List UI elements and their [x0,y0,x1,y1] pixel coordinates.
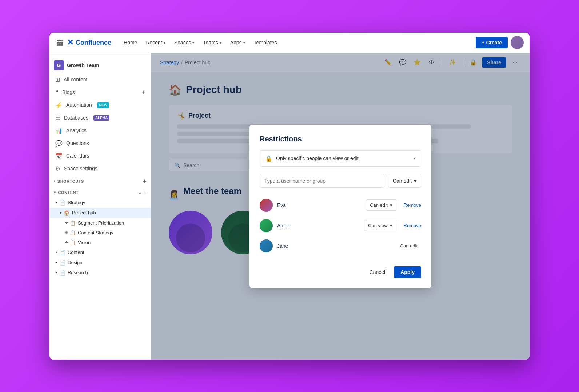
logo[interactable]: ✕ Confluence [67,38,111,47]
space-header[interactable]: G Growth Team [49,57,151,73]
user-avatar-amar [260,219,273,232]
nav-recent[interactable]: Recent ▾ [142,37,169,48]
tree-item-design[interactable]: ▾ 📄 Design [49,258,151,268]
sidebar-item-automation[interactable]: ⚡ Automation NEW [49,99,151,112]
cancel-button[interactable]: Cancel [364,266,391,278]
sidebar-item-databases[interactable]: ☰ Databases ALPHA [49,112,151,124]
restriction-text: Only specific people can view or edit [276,155,410,161]
user-search-input[interactable] [260,174,384,188]
sidebar-item-space-settings[interactable]: ⚙ Space settings [49,162,151,175]
svg-rect-8 [61,44,63,46]
add-blog-button[interactable]: + [142,89,145,96]
chevron-down-icon: ▾ [390,202,392,208]
user-name-amar: Amar [277,223,360,229]
vision-icon: 📋 [70,240,76,245]
restrictions-modal: Restrictions 🔒 Only specific people can … [249,125,431,288]
amar-remove-button[interactable]: Remove [404,223,421,228]
svg-rect-3 [57,42,59,44]
tree-item-vision[interactable]: 📋 Vision [49,238,151,247]
chevron-down-icon: ▾ [192,41,194,45]
nav-links: Home Recent ▾ Spaces ▾ Teams ▾ Apps ▾ [120,37,473,48]
chevron-down-icon: ▾ [60,211,61,215]
apply-button[interactable]: Apply [394,266,421,278]
nav-apps[interactable]: Apps ▾ [227,37,249,48]
chevron-right-icon: ▾ [55,271,57,275]
design-icon: 📄 [59,260,65,266]
nav-spaces[interactable]: Spaces ▾ [171,37,198,48]
strategy-icon: 📄 [59,200,65,206]
sidebar-item-analytics[interactable]: 📊 Analytics [49,124,151,137]
chevron-down-icon: ▾ [164,41,165,45]
chevron-right-icon: ▾ [55,260,57,264]
add-content-button[interactable]: + [144,190,147,195]
all-content-icon: ⊞ [55,76,60,83]
grid-icon[interactable] [55,38,64,47]
sidebar-item-blogs[interactable]: ❝ Blogs + [49,86,151,99]
logo-icon: ✕ [67,38,73,47]
modal-title: Restrictions [260,135,421,143]
eva-remove-button[interactable]: Remove [404,202,421,208]
tree-item-content-strategy[interactable]: 📋 Content Strategy [49,228,151,238]
tree-item-research[interactable]: ▾ 📄 Research [49,268,151,278]
user-name-jane: Jane [277,243,392,249]
navbar: ✕ Confluence Home Recent ▾ Spaces ▾ Team… [49,33,530,53]
lock-icon: 🔒 [265,155,272,162]
bullet-icon [65,241,68,243]
svg-rect-1 [59,40,61,41]
databases-icon: ☰ [55,114,60,121]
tree-item-strategy[interactable]: ▾ 📄 Strategy [49,198,151,208]
add-shortcut-button[interactable]: + [143,178,147,185]
chevron-down-icon: ▾ [243,41,245,45]
alpha-badge: ALPHA [93,115,109,121]
default-permission-dropdown[interactable]: Can edit ▾ [388,174,421,188]
automation-icon: ⚡ [55,102,63,109]
eva-permission-dropdown[interactable]: Can edit ▾ [366,199,396,211]
settings-icon: ⚙ [55,165,60,172]
sidebar-item-all-content[interactable]: ⊞ All content [49,73,151,86]
user-avatar[interactable] [511,36,524,49]
shortcuts-section: › SHORTCUTS + [49,175,151,187]
restriction-dropdown[interactable]: 🔒 Only specific people can view or edit … [260,150,421,167]
sidebar: G Growth Team ⊞ All content ❝ Blogs + ⚡ … [49,53,151,360]
content-section: ▾ CONTENT ≡ + [49,187,151,198]
analytics-icon: 📊 [55,127,63,134]
nav-home[interactable]: Home [120,37,141,48]
chevron-down-icon: ▾ [55,201,57,205]
svg-rect-6 [57,44,59,46]
content-area: Strategy / Project hub ✏️ 💬 ⭐ 👁 ✨ 🔒 Shar… [151,53,530,360]
chevron-down-icon: ▾ [220,41,221,45]
user-avatar-eva [260,199,273,212]
create-button[interactable]: + Create [476,37,508,48]
chevron-down-icon: ▾ [390,223,392,228]
tree-item-project-hub[interactable]: ▾ 🏠 Project hub [49,208,151,218]
user-input-row: Can edit ▾ [260,174,421,188]
shortcuts-chevron[interactable]: › [54,179,55,183]
chevron-down-icon: ▾ [414,156,416,161]
nav-teams[interactable]: Teams ▾ [199,37,225,48]
chevron-down-icon: ▾ [414,178,416,184]
svg-rect-5 [61,42,63,44]
new-badge: NEW [97,102,109,108]
segment-icon: 📋 [70,220,76,226]
bullet-icon [65,222,68,224]
svg-rect-7 [59,44,61,46]
research-icon: 📄 [59,270,65,276]
modal-footer: Cancel Apply [260,265,421,278]
content-icon: 📄 [59,250,65,255]
sidebar-item-questions[interactable]: 💬 Questions [49,137,151,150]
content-chevron[interactable]: ▾ [54,190,56,194]
logo-text: Confluence [76,39,111,47]
filter-icon[interactable]: ≡ [139,190,141,195]
blogs-icon: ❝ [55,89,59,96]
main-layout: G Growth Team ⊞ All content ❝ Blogs + ⚡ … [49,53,530,360]
content-strategy-icon: 📋 [70,230,76,235]
user-list: Eva Can edit ▾ Remove [260,195,421,256]
amar-permission-dropdown[interactable]: Can view ▾ [364,220,396,231]
tree-item-content[interactable]: ▾ 📄 Content [49,247,151,258]
modal-overlay: Restrictions 🔒 Only specific people can … [151,53,530,360]
sidebar-item-calendars[interactable]: 📅 Calendars [49,150,151,162]
nav-templates[interactable]: Templates [250,37,281,48]
questions-icon: 💬 [55,140,63,147]
tree-item-segment-prioritization[interactable]: 📋 Segment Prioritization [49,218,151,228]
user-row-jane: Jane Can edit [260,236,421,256]
